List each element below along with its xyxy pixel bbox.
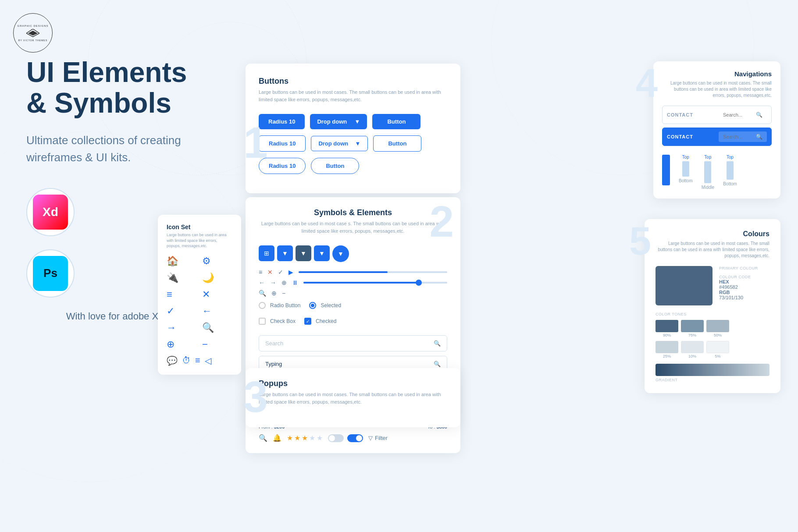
typing-search-icon: 🔍 [434, 361, 441, 367]
symbols-desc: Large buttons can be used in most case s… [259, 220, 447, 234]
color-tones-section: COLOR TONES 90% 75% 50% 25% 10% 5% [656, 312, 770, 358]
icon-home: 🏠 [167, 255, 197, 267]
radio-checkbox-section: Radio Button Selected [259, 302, 447, 312]
tone-label-75: 75% [681, 333, 704, 337]
icon-grid: 🏠 ⚙ 🔌 🌙 ≡ ✕ ✓ ← → 🔍 ⊕ − [167, 255, 232, 350]
slider-2-track[interactable] [303, 282, 447, 284]
plus-icon: ⊕ [271, 290, 277, 297]
subtitle: Ultimate collections of creating wirefra… [26, 132, 237, 166]
checkbox-checked-row: ✓ Checked [304, 318, 336, 325]
play-icon: ▶ [289, 269, 293, 276]
dropdown-btn-1[interactable]: Drop down ▼ [310, 114, 367, 129]
controls-row-1: ≡ ✕ ✓ ▶ [259, 269, 447, 276]
icon-clock: ⏱ [182, 355, 191, 366]
icon-moon: 🌙 [202, 272, 232, 284]
icon-power: 🔌 [167, 272, 197, 284]
nav-search-icon-2: 🔍 [756, 134, 762, 140]
dropdown-btn-2[interactable]: Drop down ▼ [311, 136, 368, 151]
search-field-icon: 🔍 [434, 340, 441, 347]
menu-icon: ≡ [259, 269, 262, 276]
toolbar-dropdown-1[interactable]: ▼ [277, 245, 293, 261]
primary-color-section: PRIMARY COLOUR COLOUR CODE HEX #496582 R… [656, 266, 770, 305]
tone-5 [706, 341, 729, 353]
xd-icon: Xd [33, 195, 68, 230]
nav-search-input-1[interactable] [723, 112, 754, 117]
radius10-btn-3[interactable]: Radius 10 [259, 158, 306, 174]
nav-search-1[interactable]: 🔍 [719, 110, 767, 120]
radius10-btn-1[interactable]: Radius 10 [259, 114, 305, 129]
slider-2-thumb[interactable] [416, 280, 422, 286]
toolbar-circle-btn[interactable]: ▼ [332, 245, 349, 262]
tone-swatches-row-2 [656, 341, 770, 353]
xd-icon-circle: Xd [26, 188, 75, 236]
toolbar-dropdown-2[interactable]: ▼ [296, 245, 311, 261]
nav-contact-2: CONTACT [667, 134, 693, 139]
radio-selected-input[interactable] [309, 302, 316, 309]
align-bar-sm-2 [704, 161, 711, 183]
radius10-btn-2[interactable]: Radius 10 [259, 135, 306, 152]
btn-row-1: Radius 10 Drop down ▼ Button [259, 114, 447, 129]
pause-icon: ⏸ [292, 279, 298, 286]
align-top-3: Top [727, 155, 734, 160]
nav-search-2[interactable]: 🔍 [719, 131, 767, 142]
tone-label-10: 10% [681, 354, 704, 358]
toolbar-dropdown-3[interactable]: ▼ [314, 245, 330, 261]
button-3[interactable]: Button [311, 158, 359, 174]
gradient-section: GRADIENT [656, 364, 770, 382]
checked-label: Checked [316, 318, 336, 324]
button-1[interactable]: Button [372, 114, 420, 129]
bottom-search-icon[interactable]: 🔍 [259, 434, 267, 442]
align-top-2: Top [704, 155, 711, 160]
rgb-label: RGB [719, 290, 758, 295]
radio-selected-row: Selected [309, 302, 341, 309]
radio-row: Radio Button [259, 302, 300, 309]
filter-label[interactable]: ▽ Filter [368, 435, 388, 441]
search-field[interactable]: Search 🔍 [259, 335, 447, 351]
color-info: PRIMARY COLOUR COLOUR CODE HEX #496582 R… [719, 266, 758, 305]
dropdown-chevron-2: ▼ [355, 140, 361, 147]
nav-search-input-2[interactable] [723, 134, 754, 139]
align-options: Top Bottom Top Middle Top Bottom [679, 155, 737, 190]
tone-90 [656, 320, 678, 332]
logo-text-top: GRAPHIC DESIGNS [17, 25, 48, 27]
toggle-on[interactable] [347, 434, 363, 442]
radio-unselected[interactable] [259, 302, 266, 309]
align-bottom-1: Bottom [679, 178, 693, 183]
toolbar-grid-icon[interactable]: ⊞ [259, 245, 274, 261]
zoom-icon: ⊕ [281, 279, 287, 286]
icon-check: ✓ [167, 305, 197, 317]
section-number-5: 5 [629, 221, 651, 261]
button-2[interactable]: Button [373, 135, 421, 152]
icon-back: ← [202, 305, 232, 317]
minus-icon: − [282, 290, 285, 297]
forward-arrow-icon: → [270, 279, 276, 286]
back-arrow-icon: ← [259, 279, 265, 286]
navigation-panel: 4 Navigations Large buttons can be used … [653, 61, 780, 199]
align-top-1: Top [682, 155, 689, 160]
ps-icon-circle: Ps [26, 249, 75, 298]
checkbox-checked-input[interactable]: ✓ [304, 318, 311, 325]
star-rating[interactable]: ★ ★ ★ ★ ★ [287, 434, 323, 442]
check-icon: ✓ [278, 269, 283, 276]
toggle-off[interactable] [328, 434, 344, 442]
hex-value: #496582 [719, 284, 758, 290]
tone-10 [681, 341, 704, 353]
nav-bar-2: CONTACT 🔍 [662, 128, 772, 146]
dropdown-chevron-1: ▼ [355, 118, 360, 125]
controls-section: ≡ ✕ ✓ ▶ ← → ⊕ ⏸ 🔍 [259, 269, 447, 297]
colour-code-label: COLOUR CODE [719, 275, 758, 279]
checkbox-unchecked[interactable] [259, 318, 266, 325]
logo: GRAPHIC DESIGNS BY VICTOR THEMES [13, 13, 53, 53]
filter-icon: ▽ [368, 435, 373, 441]
rgb-value: 73/101/130 [719, 295, 758, 300]
gradient-label: GRADIENT [656, 378, 770, 382]
bottom-bell-icon[interactable]: 🔔 [273, 434, 281, 442]
nav-search-icon-1: 🔍 [756, 112, 762, 118]
tone-50 [706, 320, 729, 332]
primary-color-swatch [656, 266, 712, 305]
icon-close: ✕ [202, 289, 232, 300]
buttons-panel: 1 Buttons Large buttons can be used in m… [246, 64, 460, 193]
icon-settings: ⚙ [202, 255, 232, 267]
star-1: ★ [287, 434, 293, 442]
slider-1-track[interactable] [299, 271, 447, 273]
